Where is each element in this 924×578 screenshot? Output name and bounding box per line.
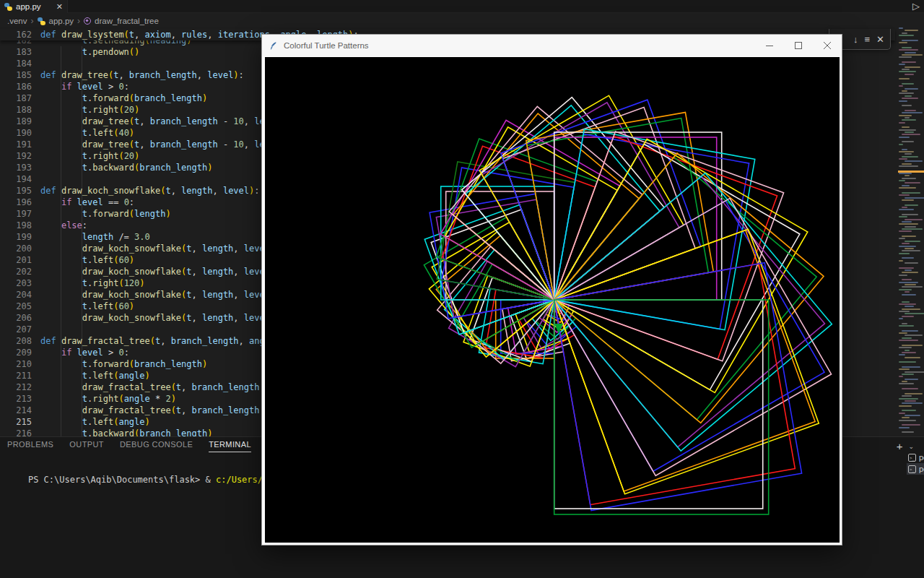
terminal-list: >_powershell >_powershell (907, 452, 924, 475)
tk-feather-icon (269, 41, 278, 51)
turtle-cursor (554, 324, 563, 334)
editor-tab-bar: app.py ✕ ▷ (0, 0, 924, 13)
panel-tabs: PROBLEMSOUTPUTDEBUG CONSOLETERMINALPORTS (7, 440, 296, 452)
close-icon[interactable]: ✕ (876, 34, 884, 45)
panel-tab-problems[interactable]: PROBLEMS (7, 440, 53, 452)
new-terminal-button[interactable]: + (897, 440, 903, 452)
panel-tab-terminal[interactable]: TERMINAL (209, 440, 251, 452)
tab-app-py[interactable]: app.py ✕ (0, 0, 68, 13)
breadcrumb-file[interactable]: app.py (49, 17, 74, 25)
pattern-square (554, 139, 808, 392)
minimize-button[interactable] (755, 35, 784, 56)
pattern-square (445, 127, 617, 300)
terminal-prompt: PS C:\Users\Aqib\Documents\flask> & (28, 475, 216, 485)
minimap[interactable] (898, 27, 924, 436)
breadcrumb-venv[interactable]: .venv (7, 17, 27, 25)
powershell-icon: >_ (908, 454, 916, 462)
chevron-right-icon: › (77, 16, 80, 26)
breadcrumb: .venv › app.py › draw_fractal_tree (7, 14, 159, 27)
terminal-list-item[interactable]: >_powershell (907, 452, 924, 463)
arrow-down-icon[interactable]: ↓ (853, 34, 858, 45)
python-file-icon (38, 17, 45, 25)
terminal-actions: + ⌄ (897, 440, 914, 452)
window-title-bar[interactable]: Colorful Turtle Patterns (262, 35, 842, 56)
turtle-pattern (265, 57, 840, 543)
maximize-button[interactable] (784, 35, 813, 56)
python-file-icon (4, 3, 12, 11)
terminal-dropdown-icon[interactable]: ⌄ (908, 443, 914, 450)
window-title: Colorful Turtle Patterns (284, 41, 369, 50)
tab-label: app.py (16, 2, 41, 11)
run-python-file-button[interactable]: ▷ (912, 1, 920, 12)
minimap-marker (898, 171, 924, 173)
turtle-canvas (265, 57, 840, 543)
close-button[interactable] (813, 35, 842, 56)
symbol-method-icon (84, 17, 91, 25)
pattern-square (479, 95, 684, 300)
panel-tab-output[interactable]: OUTPUT (69, 440, 104, 452)
window-controls (755, 35, 842, 56)
pattern-square (503, 107, 696, 300)
pattern-square (436, 139, 597, 300)
pattern-square (554, 137, 777, 360)
panel-tab-debug-console[interactable]: DEBUG CONSOLE (120, 440, 193, 452)
tab-close-icon[interactable]: ✕ (56, 3, 63, 11)
pattern-square (554, 131, 784, 361)
turtle-graphics-window: Colorful Turtle Patterns (261, 34, 842, 545)
terminal-list-item[interactable]: >_powershell (907, 463, 924, 475)
chevron-right-icon: › (31, 16, 34, 26)
pattern-square (501, 100, 701, 300)
breadcrumb-symbol[interactable]: draw_fractal_tree (95, 17, 159, 25)
powershell-icon: >_ (908, 465, 916, 473)
filter-lines-icon[interactable]: ≡ (865, 34, 871, 45)
